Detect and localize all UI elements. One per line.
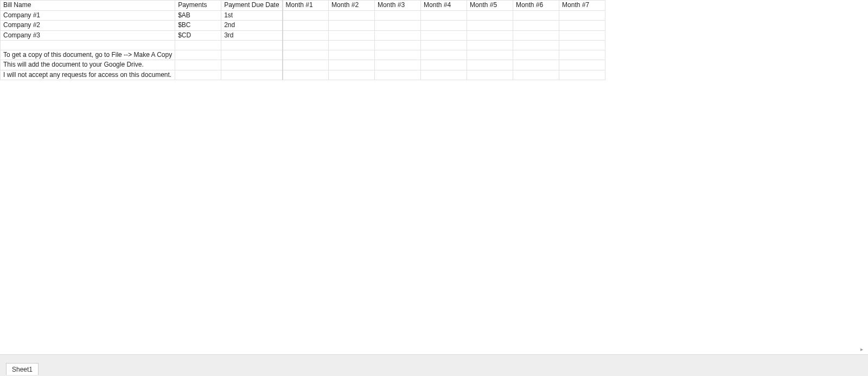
cell-empty[interactable] bbox=[221, 70, 283, 80]
cell-month[interactable] bbox=[421, 10, 467, 21]
cell-month[interactable] bbox=[329, 10, 375, 21]
cell-empty[interactable] bbox=[421, 70, 467, 80]
cell-month[interactable] bbox=[329, 30, 375, 41]
sheet-tab-sheet1[interactable]: Sheet1 bbox=[6, 363, 39, 375]
header-month-5[interactable]: Month #5 bbox=[467, 1, 513, 11]
cell-empty[interactable] bbox=[513, 50, 559, 60]
cell-due-date[interactable]: 1st bbox=[221, 10, 283, 21]
cell-month[interactable] bbox=[283, 30, 329, 41]
cell-empty[interactable] bbox=[421, 50, 467, 60]
cell-empty[interactable] bbox=[559, 70, 605, 80]
cell-empty[interactable] bbox=[559, 41, 605, 50]
cell-empty[interactable] bbox=[283, 70, 329, 80]
sheet-tab-bar: Sheet1 bbox=[0, 354, 868, 376]
cell-empty[interactable] bbox=[375, 41, 421, 50]
header-month-4[interactable]: Month #4 bbox=[421, 1, 467, 11]
cell-month[interactable] bbox=[559, 10, 605, 21]
cell-payments[interactable]: $BC bbox=[175, 21, 221, 31]
cell-empty[interactable] bbox=[329, 70, 375, 80]
table-row: I will not accept any requests for acces… bbox=[1, 70, 605, 80]
cell-bill-name[interactable]: Company #3 bbox=[1, 30, 175, 41]
cell-due-date[interactable]: 3rd bbox=[221, 30, 283, 41]
cell-empty[interactable] bbox=[175, 60, 221, 70]
cell-month[interactable] bbox=[329, 21, 375, 31]
table-row: This will add the document to your Googl… bbox=[1, 60, 605, 70]
table-row: Company #2 $BC 2nd bbox=[1, 21, 605, 31]
header-month-7[interactable]: Month #7 bbox=[559, 1, 605, 11]
cell-month[interactable] bbox=[467, 10, 513, 21]
cell-empty[interactable] bbox=[467, 70, 513, 80]
cell-empty[interactable] bbox=[221, 60, 283, 70]
cell-month[interactable] bbox=[421, 30, 467, 41]
header-month-6[interactable]: Month #6 bbox=[513, 1, 559, 11]
header-due-date[interactable]: Payment Due Date bbox=[221, 1, 283, 11]
cell-empty[interactable] bbox=[175, 41, 221, 50]
header-payments[interactable]: Payments bbox=[175, 1, 221, 11]
cell-empty[interactable] bbox=[1, 41, 175, 50]
header-month-2[interactable]: Month #2 bbox=[329, 1, 375, 11]
cell-empty[interactable] bbox=[221, 50, 283, 60]
cell-note[interactable]: To get a copy of this document, go to Fi… bbox=[1, 50, 175, 60]
cell-month[interactable] bbox=[421, 21, 467, 31]
cell-empty[interactable] bbox=[467, 50, 513, 60]
cell-empty[interactable] bbox=[375, 70, 421, 80]
header-row: Bill Name Payments Payment Due Date Mont… bbox=[1, 1, 605, 11]
header-bill-name[interactable]: Bill Name bbox=[1, 1, 175, 11]
scroll-right-icon[interactable]: ▸ bbox=[860, 347, 866, 352]
cell-empty[interactable] bbox=[559, 50, 605, 60]
table-row: Company #3 $CD 3rd bbox=[1, 30, 605, 41]
cell-note[interactable]: This will add the document to your Googl… bbox=[1, 60, 175, 70]
cell-month[interactable] bbox=[559, 21, 605, 31]
cell-payments[interactable]: $CD bbox=[175, 30, 221, 41]
cell-payments[interactable]: $AB bbox=[175, 10, 221, 21]
cell-empty[interactable] bbox=[375, 60, 421, 70]
cell-month[interactable] bbox=[467, 30, 513, 41]
cell-empty[interactable] bbox=[283, 50, 329, 60]
cell-empty[interactable] bbox=[421, 41, 467, 50]
cell-note[interactable]: I will not accept any requests for acces… bbox=[1, 70, 175, 80]
header-month-3[interactable]: Month #3 bbox=[375, 1, 421, 11]
spreadsheet-grid[interactable]: Bill Name Payments Payment Due Date Mont… bbox=[0, 0, 868, 354]
cell-due-date[interactable]: 2nd bbox=[221, 21, 283, 31]
cell-empty[interactable] bbox=[513, 41, 559, 50]
table-row: To get a copy of this document, go to Fi… bbox=[1, 50, 605, 60]
sheet-table: Bill Name Payments Payment Due Date Mont… bbox=[0, 0, 605, 80]
table-row: Company #1 $AB 1st bbox=[1, 10, 605, 21]
cell-empty[interactable] bbox=[283, 41, 329, 50]
cell-month[interactable] bbox=[283, 21, 329, 31]
cell-empty[interactable] bbox=[421, 60, 467, 70]
cell-empty[interactable] bbox=[559, 60, 605, 70]
cell-empty[interactable] bbox=[513, 70, 559, 80]
cell-empty[interactable] bbox=[513, 60, 559, 70]
cell-empty[interactable] bbox=[175, 70, 221, 80]
cell-month[interactable] bbox=[467, 21, 513, 31]
cell-empty[interactable] bbox=[329, 50, 375, 60]
cell-empty[interactable] bbox=[375, 50, 421, 60]
cell-month[interactable] bbox=[375, 21, 421, 31]
cell-empty[interactable] bbox=[467, 60, 513, 70]
cell-empty[interactable] bbox=[221, 41, 283, 50]
cell-empty[interactable] bbox=[329, 60, 375, 70]
cell-bill-name[interactable]: Company #2 bbox=[1, 21, 175, 31]
cell-bill-name[interactable]: Company #1 bbox=[1, 10, 175, 21]
cell-empty[interactable] bbox=[175, 50, 221, 60]
cell-month[interactable] bbox=[513, 10, 559, 21]
table-row bbox=[1, 41, 605, 50]
cell-empty[interactable] bbox=[283, 60, 329, 70]
header-month-1[interactable]: Month #1 bbox=[283, 1, 329, 11]
cell-month[interactable] bbox=[283, 10, 329, 21]
cell-month[interactable] bbox=[375, 10, 421, 21]
cell-empty[interactable] bbox=[329, 41, 375, 50]
cell-month[interactable] bbox=[559, 30, 605, 41]
cell-month[interactable] bbox=[513, 30, 559, 41]
cell-empty[interactable] bbox=[467, 41, 513, 50]
cell-month[interactable] bbox=[375, 30, 421, 41]
cell-month[interactable] bbox=[513, 21, 559, 31]
